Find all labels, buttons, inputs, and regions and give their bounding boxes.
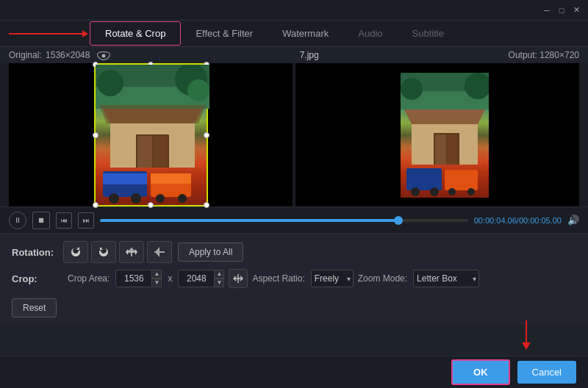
svg-point-11 xyxy=(131,193,141,204)
tab-watermark[interactable]: Watermark xyxy=(268,22,343,45)
height-down-button[interactable]: ▼ xyxy=(214,279,224,287)
tab-arrow-indicator xyxy=(9,30,88,37)
controls-area: Rotation: Apply to All Crop: Crop Area: … xyxy=(0,233,588,325)
rotate-ccw-button[interactable] xyxy=(63,241,88,263)
svg-marker-21 xyxy=(404,109,485,124)
crop-label: Crop: xyxy=(12,273,63,284)
filename-label: 7.jpg xyxy=(300,50,319,60)
crop-row: Crop: Crop Area: ▲ ▼ x ▲ ▼ Aspect Ratio:… xyxy=(12,269,576,288)
svg-point-10 xyxy=(109,193,119,204)
svg-rect-13 xyxy=(151,173,191,184)
eye-icon[interactable] xyxy=(97,51,110,60)
apply-to-all-button[interactable]: Apply to All xyxy=(178,242,243,262)
reset-button[interactable]: Reset xyxy=(12,298,57,317)
flip-h-button[interactable] xyxy=(119,241,144,263)
crop-width-input[interactable] xyxy=(115,270,152,287)
volume-icon[interactable]: 🔊 xyxy=(567,215,579,226)
zoom-mode-label: Zoom Mode: xyxy=(358,273,407,284)
svg-point-15 xyxy=(178,194,187,203)
flip-v-button[interactable] xyxy=(147,241,172,263)
crop-height-input[interactable] xyxy=(178,270,215,287)
dimension-separator: x xyxy=(168,273,172,284)
progress-bar[interactable] xyxy=(100,219,468,222)
tab-subtitle[interactable]: Subtitle xyxy=(398,22,459,45)
aspect-ratio-label: Aspect Ratio: xyxy=(252,273,304,284)
next-frame-button[interactable]: ⏭ xyxy=(78,212,94,229)
svg-point-16 xyxy=(97,70,123,96)
preview-info-bar: Original: 1536×2048 7.jpg Output: 1280×7… xyxy=(0,47,588,63)
tab-rotate-crop[interactable]: Rotate & Crop xyxy=(90,21,181,46)
ok-button[interactable]: OK xyxy=(451,359,510,385)
tabs-area: Rotate & Crop Effect & Filter Watermark … xyxy=(0,21,588,47)
ok-arrow-indicator xyxy=(522,320,531,350)
crop-move-button[interactable] xyxy=(229,269,248,288)
svg-rect-6 xyxy=(137,136,152,168)
svg-point-27 xyxy=(411,187,420,196)
svg-point-28 xyxy=(430,187,439,196)
tab-effect-filter[interactable]: Effect & Filter xyxy=(181,22,268,45)
prev-frame-button[interactable]: ⏮ xyxy=(56,212,72,229)
svg-rect-24 xyxy=(435,134,446,165)
minimize-button[interactable]: ─ xyxy=(541,4,553,16)
svg-point-18 xyxy=(187,79,209,101)
close-button[interactable]: ✕ xyxy=(570,4,582,16)
svg-point-32 xyxy=(401,78,423,100)
crop-area-label: Crop Area: xyxy=(68,273,110,284)
time-display: 00:00:04.06/00:00:05.00 xyxy=(474,216,562,225)
output-size-info: Output: 1280×720 xyxy=(509,50,579,60)
tab-audio[interactable]: Audio xyxy=(343,22,397,45)
aspect-ratio-select-wrap: Freely 16:9 4:3 1:1 9:16 xyxy=(311,270,354,287)
cancel-button[interactable]: Cancel xyxy=(517,361,576,384)
canvas-left xyxy=(9,63,293,206)
svg-rect-29 xyxy=(445,170,478,190)
output-image-overlay xyxy=(401,73,489,198)
source-image xyxy=(94,63,208,206)
preview-canvases xyxy=(0,63,588,206)
stop-button[interactable]: ⏹ xyxy=(32,212,50,229)
svg-rect-7 xyxy=(153,136,168,168)
svg-point-14 xyxy=(156,194,165,203)
svg-point-30 xyxy=(448,188,456,195)
output-image xyxy=(401,73,489,198)
svg-rect-25 xyxy=(447,134,458,165)
original-size-info: Original: 1536×2048 xyxy=(9,50,110,60)
image-overlay xyxy=(96,65,209,208)
height-spinner: ▲ ▼ xyxy=(214,270,224,287)
svg-point-31 xyxy=(467,188,475,195)
maximize-button[interactable]: □ xyxy=(556,4,567,16)
zoom-mode-select[interactable]: Letter Box Pan & Scan Full xyxy=(413,270,479,287)
rotation-label: Rotation: xyxy=(12,247,63,258)
bottom-bar: OK Cancel xyxy=(0,356,588,388)
zoom-mode-select-wrap: Letter Box Pan & Scan Full xyxy=(413,270,479,287)
svg-marker-3 xyxy=(99,105,206,123)
play-pause-button[interactable]: ⏸ xyxy=(9,212,26,229)
width-spinner: ▲ ▼ xyxy=(151,270,162,287)
timeline: ⏸ ⏹ ⏮ ⏭ 00:00:04.06/00:00:05.00 🔊 xyxy=(0,206,588,233)
svg-rect-9 xyxy=(103,173,147,184)
aspect-ratio-select[interactable]: Freely 16:9 4:3 1:1 9:16 xyxy=(311,270,354,287)
rotate-cw-button[interactable] xyxy=(91,241,116,263)
progress-fill xyxy=(100,219,398,222)
title-bar: ─ □ ✕ xyxy=(0,0,588,21)
progress-thumb[interactable] xyxy=(394,216,403,225)
width-down-button[interactable]: ▼ xyxy=(151,279,162,287)
width-up-button[interactable]: ▲ xyxy=(151,270,162,279)
rotation-row: Rotation: Apply to All xyxy=(12,241,576,263)
svg-rect-26 xyxy=(406,168,442,190)
height-up-button[interactable]: ▲ xyxy=(214,270,224,279)
canvas-right xyxy=(295,63,579,206)
